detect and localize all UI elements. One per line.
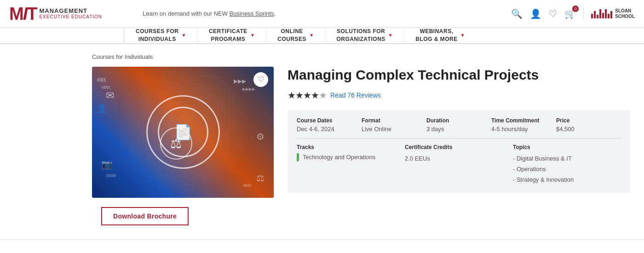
topic-item-2: - Operations bbox=[513, 164, 614, 174]
course-title: Managing Complex Technical Projects bbox=[288, 67, 630, 83]
right-panel: Managing Complex Technical Projects ★★★★… bbox=[288, 67, 630, 225]
sloan-bars-icon bbox=[591, 9, 612, 18]
nav-webinars-blog[interactable]: WEBINARS,BLOG & MORE ▼ bbox=[404, 28, 476, 43]
course-info-table: Course Dates Dec 4-6, 2024 Format Live O… bbox=[288, 110, 630, 193]
credits-label: Certificate Credits bbox=[405, 144, 506, 150]
info-cell-dates: Course Dates Dec 4-6, 2024 bbox=[297, 117, 362, 132]
sloan-logo: SLOAN SCHOOL bbox=[583, 8, 635, 19]
topics-label: Topics bbox=[513, 144, 614, 150]
nav-online-courses[interactable]: ONLINECOURSES ▼ bbox=[266, 28, 325, 43]
user-icon[interactable]: 👤 bbox=[530, 8, 541, 19]
info-row-headers: Course Dates Dec 4-6, 2024 Format Live O… bbox=[297, 117, 621, 138]
sloan-bar-1 bbox=[591, 14, 593, 18]
mit-logo: MIT bbox=[9, 5, 36, 23]
nav-items: COURSES FORINDIVIDUALS ▼ CERTIFICATEPROG… bbox=[124, 28, 644, 43]
nav-courses-individuals[interactable]: COURSES FORINDIVIDUALS ▼ bbox=[124, 28, 198, 43]
content-area: «« ««« ▸▸▸ ▸▸▸▸ ✉ 👤 📷 ⚖ ⚙ »»» ««« bbox=[92, 67, 630, 225]
business-sprints-link[interactable]: Business Sprints bbox=[230, 10, 274, 17]
duration-label: Duration bbox=[426, 117, 484, 124]
logo-exec: EXECUTIVE EDUCATION bbox=[39, 14, 102, 20]
logo-management: MANAGEMENT bbox=[39, 7, 102, 15]
topic-item-1: - Digital Business & IT bbox=[513, 153, 614, 164]
top-center-text: Learn on demand with our NEW Business Sp… bbox=[133, 10, 511, 17]
logo-area: MIT MANAGEMENT EXECUTIVE EDUCATION bbox=[9, 5, 133, 23]
info-bottom-row: Tracks Technology and Operations Certifi… bbox=[297, 144, 621, 185]
sloan-bar-7 bbox=[608, 14, 610, 18]
nav-certificate-programs[interactable]: CERTIFICATEPROGRAMS ▼ bbox=[198, 28, 266, 43]
nav-solutions-organizations[interactable]: SOLUTIONS FORORGANIZATIONS ▼ bbox=[326, 28, 405, 43]
track-item: Technology and Operations bbox=[297, 153, 397, 161]
sloan-text: SLOAN SCHOOL bbox=[615, 8, 635, 19]
format-value: Live Online bbox=[362, 126, 419, 132]
left-panel: «« ««« ▸▸▸ ▸▸▸▸ ✉ 👤 📷 ⚖ ⚙ »»» ««« bbox=[92, 67, 274, 225]
chevron-down-icon: ▼ bbox=[460, 33, 465, 38]
course-image-circles: 📄 ⚖ bbox=[146, 95, 220, 169]
course-image: «« ««« ▸▸▸ ▸▸▸▸ ✉ 👤 📷 ⚖ ⚙ »»» ««« bbox=[92, 67, 274, 198]
info-cell-price: Price $4,500 bbox=[556, 117, 621, 132]
tracks-label: Tracks bbox=[297, 144, 397, 150]
chevron-down-icon: ▼ bbox=[182, 33, 186, 38]
breadcrumb: Courses for Individuals bbox=[92, 53, 630, 60]
topics-cell: Topics - Digital Business & IT - Operati… bbox=[513, 144, 621, 185]
top-bar: MIT MANAGEMENT EXECUTIVE EDUCATION Learn… bbox=[0, 0, 644, 28]
sloan-bar-2 bbox=[594, 11, 596, 18]
track-color-bar bbox=[297, 153, 299, 161]
price-value: $4,500 bbox=[556, 126, 614, 132]
download-brochure-button[interactable]: Download Brochure bbox=[101, 207, 189, 225]
sloan-bar-4 bbox=[599, 9, 601, 18]
commitment-label: Time Commitment bbox=[491, 117, 549, 124]
chevron-down-icon: ▼ bbox=[388, 33, 393, 38]
bottom-divider bbox=[0, 239, 644, 240]
rating-row: ★★★★★ Read 76 Reviews bbox=[288, 90, 630, 101]
top-icons: 🔍 👤 ♡ 🛒 0 SLOAN SCHOOL bbox=[511, 8, 635, 19]
commitment-value: 4-5 hours/day bbox=[491, 126, 549, 132]
info-cell-duration: Duration 3 days bbox=[426, 117, 491, 132]
chevron-down-icon: ▼ bbox=[250, 33, 255, 38]
format-label: Format bbox=[362, 117, 419, 124]
sloan-bar-3 bbox=[597, 15, 598, 18]
logo-text: MANAGEMENT EXECUTIVE EDUCATION bbox=[39, 7, 102, 20]
cart-icon[interactable]: 🛒 0 bbox=[564, 8, 576, 19]
search-icon[interactable]: 🔍 bbox=[511, 8, 523, 19]
sloan-bar-6 bbox=[605, 9, 607, 18]
download-brochure-area: Download Brochure bbox=[92, 198, 274, 225]
dates-label: Course Dates bbox=[297, 117, 354, 124]
info-cell-format: Format Live Online bbox=[362, 117, 426, 132]
reviews-link[interactable]: Read 76 Reviews bbox=[330, 92, 381, 99]
duration-value: 3 days bbox=[426, 126, 484, 132]
favorite-button[interactable]: ♡ bbox=[253, 72, 268, 87]
topic-item-3: - Strategy & Innovation bbox=[513, 174, 614, 185]
credits-cell: Certificate Credits 2.0 EEUs bbox=[405, 144, 513, 185]
star-rating: ★★★★★ bbox=[288, 90, 327, 101]
credits-value: 2.0 EEUs bbox=[405, 153, 506, 164]
tracks-cell: Tracks Technology and Operations bbox=[297, 144, 405, 185]
nav-bar: COURSES FORINDIVIDUALS ▼ CERTIFICATEPROG… bbox=[0, 28, 644, 44]
info-cell-commitment: Time Commitment 4-5 hours/day bbox=[491, 117, 556, 132]
price-label: Price bbox=[556, 117, 614, 124]
dates-value: Dec 4-6, 2024 bbox=[297, 126, 354, 132]
chevron-down-icon: ▼ bbox=[309, 33, 314, 38]
nav-logo-spacer bbox=[0, 28, 124, 43]
cart-badge: 0 bbox=[572, 6, 579, 12]
sloan-bar-5 bbox=[602, 13, 604, 18]
wishlist-icon[interactable]: ♡ bbox=[549, 8, 557, 19]
sloan-bar-8 bbox=[610, 11, 612, 18]
scale-icon-circle: ⚖ bbox=[160, 127, 192, 160]
track-value: Technology and Operations bbox=[303, 154, 375, 161]
main-content: Courses for Individuals «« ««« ▸▸▸ ▸▸▸▸ … bbox=[0, 44, 644, 235]
